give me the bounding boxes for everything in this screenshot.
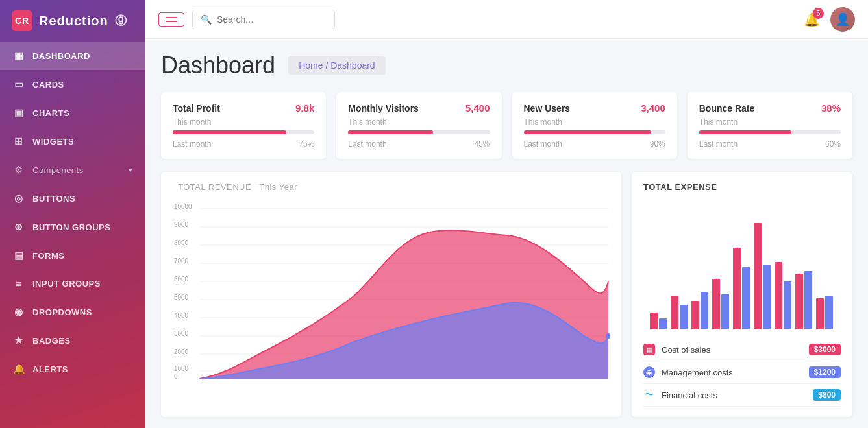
topbar: 🔍 🔔 5 👤 [145, 0, 868, 39]
stat-card-visitors: Monthly Visitors 5,400 This month Last m… [336, 92, 501, 159]
svg-text:1000: 1000 [174, 365, 188, 372]
sidebar-item-charts[interactable]: ▣ CHARTS [0, 99, 145, 127]
search-input[interactable] [217, 14, 321, 25]
notification-button[interactable]: 🔔 5 [804, 12, 820, 27]
sidebar-item-label: ALERTS [32, 364, 68, 374]
sidebar-item-label: DROPDOWNS [32, 307, 92, 317]
page-content: Dashboard Home / Dashboard Total Profit … [145, 39, 868, 428]
svg-rect-37 [795, 274, 803, 329]
legend-badge-mgmt: $1200 [809, 366, 841, 378]
breadcrumb-current: Dashboard [330, 60, 375, 71]
legend-badge-financial: $800 [813, 389, 841, 401]
sidebar-item-components[interactable]: ⚙ Components ▾ [0, 156, 145, 184]
sidebar-item-label: CHARTS [32, 108, 69, 118]
input-groups-icon: ≡ [13, 278, 25, 289]
topbar-right: 🔔 5 👤 [804, 7, 855, 32]
breadcrumb-home[interactable]: Home [299, 60, 323, 71]
notification-badge: 5 [813, 8, 824, 19]
svg-text:5000: 5000 [174, 294, 188, 301]
progress-fill [524, 130, 651, 134]
svg-rect-23 [650, 313, 658, 329]
logo-icon: CR [12, 10, 32, 31]
svg-text:7000: 7000 [174, 257, 188, 265]
svg-rect-39 [816, 298, 824, 329]
expense-legend: ▦ Cost of sales $3000 ◉ Management costs… [643, 339, 841, 407]
main-content: 🔍 🔔 5 👤 Dashboard Home / Dashboard [145, 0, 868, 428]
sidebar-item-cards[interactable]: ▭ CARDS [0, 70, 145, 99]
sidebar-item-input-groups[interactable]: ≡ INPUT GROUPS [0, 270, 145, 298]
stat-sub: This month [173, 117, 314, 126]
badges-icon: ★ [13, 335, 25, 346]
progress-fill [699, 130, 791, 134]
mgmt-costs-icon: ◉ [643, 366, 655, 378]
sidebar-item-widgets[interactable]: ⊞ WIDGETS [0, 127, 145, 156]
revenue-area-chart: 10000 9000 8000 7000 6000 5000 4000 3000… [173, 200, 610, 381]
sidebar-item-buttons[interactable]: ◎ BUTTONS [0, 184, 145, 213]
svg-rect-32 [742, 267, 750, 329]
svg-text:0: 0 [174, 373, 178, 380]
sidebar-item-forms[interactable]: ▤ FORMS [0, 241, 145, 270]
svg-rect-28 [701, 292, 708, 329]
dropdowns-icon: ◉ [13, 306, 25, 318]
sidebar-nav: ▦ DASHBOARD ▭ CARDS ▣ CHARTS ⊞ WIDGETS ⚙… [0, 42, 145, 428]
stat-value: 3,400 [641, 102, 665, 113]
page-header: Dashboard Home / Dashboard [161, 52, 852, 79]
stat-value: 38% [821, 102, 841, 113]
search-bar: 🔍 [192, 10, 335, 29]
sidebar-item-badges[interactable]: ★ BADGES [0, 326, 145, 355]
legend-item-mgmt-costs: ◉ Management costs $1200 [643, 361, 841, 384]
sidebar-item-label: CARDS [32, 80, 64, 89]
svg-text:2000: 2000 [174, 348, 188, 355]
stat-card-users: New Users 3,400 This month Last month 90… [512, 92, 677, 159]
app-name: Reduction [39, 14, 108, 29]
menu-button[interactable] [158, 12, 184, 27]
sidebar-item-dashboard[interactable]: ▦ DASHBOARD [0, 42, 145, 70]
sidebar-logo: CR Reduction ⓖ [0, 0, 145, 42]
forms-icon: ▤ [13, 250, 25, 261]
stat-value: 9.8k [295, 102, 314, 113]
github-icon: ⓖ [115, 13, 127, 29]
svg-rect-34 [763, 265, 771, 329]
svg-rect-30 [721, 294, 729, 329]
sidebar: CR Reduction ⓖ ▦ DASHBOARD ▭ CARDS ▣ CHA… [0, 0, 145, 428]
charts-icon: ▣ [13, 107, 25, 119]
revenue-chart-card: TOTAL REVENUE This Year 10000 9000 8000 … [161, 172, 621, 417]
financial-costs-icon: 〜 [643, 389, 655, 401]
svg-rect-35 [775, 262, 782, 329]
progress-fill [173, 130, 286, 134]
revenue-chart-title: TOTAL REVENUE This Year [173, 182, 610, 192]
cost-of-sales-icon: ▦ [643, 344, 655, 355]
stat-last: Last month 90% [524, 139, 665, 149]
sidebar-item-label: WIDGETS [32, 137, 74, 147]
svg-rect-26 [680, 305, 688, 329]
expense-bar-chart [643, 200, 841, 329]
chevron-down-icon: ▾ [129, 166, 133, 174]
stat-last: Last month 60% [699, 139, 841, 149]
stat-title: Bounce Rate [699, 103, 755, 113]
svg-rect-27 [691, 301, 699, 329]
sidebar-item-label: BADGES [32, 336, 71, 346]
stat-sub: This month [699, 117, 841, 126]
dashboard-icon: ▦ [13, 50, 25, 62]
stat-value: 5,400 [465, 102, 490, 113]
sidebar-item-label: BUTTONS [32, 194, 75, 204]
stat-title: Monthly Visitors [348, 103, 419, 113]
user-avatar[interactable]: 👤 [830, 7, 855, 32]
progress-fill [348, 130, 433, 134]
sidebar-item-label: DASHBOARD [32, 51, 90, 61]
breadcrumb-separator: / [325, 60, 330, 71]
legend-badge-cost: $3000 [809, 344, 841, 355]
sidebar-item-button-groups[interactable]: ⊛ BUTTON GROUPS [0, 213, 145, 241]
stat-title: Total Profit [173, 103, 220, 113]
svg-rect-40 [825, 296, 833, 329]
menu-line [166, 17, 177, 18]
svg-text:4000: 4000 [174, 312, 188, 319]
svg-text:10000: 10000 [174, 203, 192, 210]
widgets-icon: ⊞ [13, 136, 25, 147]
sidebar-item-dropdowns[interactable]: ◉ DROPDOWNS [0, 298, 145, 326]
sidebar-item-alerts[interactable]: 🔔 ALERTS [0, 355, 145, 383]
buttons-icon: ◎ [13, 193, 25, 204]
svg-rect-33 [754, 223, 762, 329]
stat-card-bounce: Bounce Rate 38% This month Last month 60… [688, 92, 852, 159]
breadcrumb: Home / Dashboard [288, 56, 386, 75]
